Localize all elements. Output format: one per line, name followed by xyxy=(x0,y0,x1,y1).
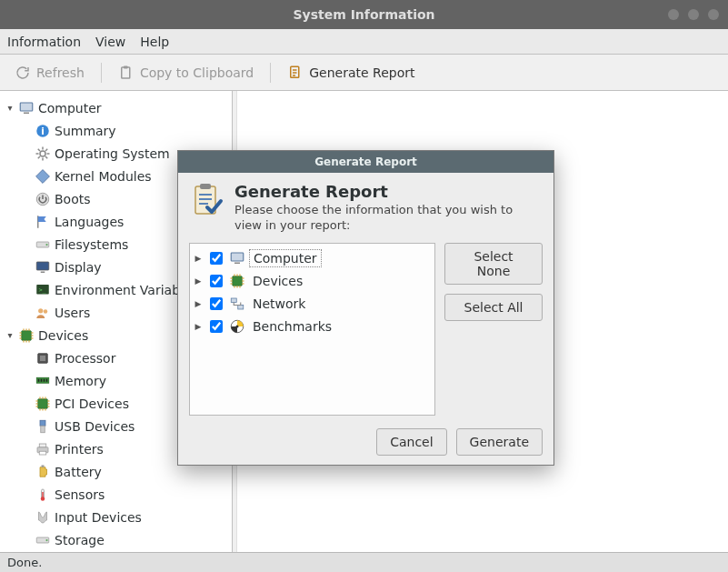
report-category-row[interactable]: ▶Network xyxy=(192,293,433,316)
dialog-body: Generate Report Please choose the inform… xyxy=(178,173,553,465)
select-none-button[interactable]: Select None xyxy=(444,243,543,285)
svg-point-90 xyxy=(236,326,239,328)
category-checkbox[interactable] xyxy=(210,252,223,265)
category-checkbox[interactable] xyxy=(210,297,223,310)
svg-rect-72 xyxy=(231,253,244,261)
dialog-tree[interactable]: ▶Computer▶Devices▶Network▶Benchmarks xyxy=(189,243,435,416)
generate-report-dialog: Generate Report Generate Report Please c… xyxy=(177,150,554,466)
cancel-button[interactable]: Cancel xyxy=(376,428,446,456)
main-window: System Information Information View Help… xyxy=(0,0,728,572)
clipboard-check-icon xyxy=(189,182,225,218)
dialog-side-buttons: Select None Select All xyxy=(444,243,543,416)
svg-rect-73 xyxy=(234,263,240,265)
chip-green-icon xyxy=(229,273,245,289)
expander-icon[interactable]: ▶ xyxy=(194,322,203,331)
svg-rect-74 xyxy=(233,276,243,286)
category-label: Computer xyxy=(249,249,322,267)
dialog-footer: Cancel Generate xyxy=(189,428,543,456)
expander-icon[interactable]: ▶ xyxy=(194,254,203,263)
dialog-title: Generate Report xyxy=(178,151,553,173)
computer-icon xyxy=(229,250,245,266)
expander-icon[interactable]: ▶ xyxy=(194,299,203,308)
network-icon xyxy=(229,296,245,312)
benchmark-icon xyxy=(229,318,245,335)
category-checkbox[interactable] xyxy=(210,275,223,287)
svg-rect-88 xyxy=(238,306,244,310)
generate-button[interactable]: Generate xyxy=(456,428,543,456)
category-label: Devices xyxy=(249,273,306,289)
category-label: Network xyxy=(249,296,309,312)
dialog-header: Generate Report Please choose the inform… xyxy=(189,182,543,234)
category-checkbox[interactable] xyxy=(210,320,223,333)
select-all-button[interactable]: Select All xyxy=(444,294,543,321)
report-category-row[interactable]: ▶Devices xyxy=(192,270,433,293)
expander-icon[interactable]: ▶ xyxy=(194,276,203,286)
svg-rect-87 xyxy=(231,298,236,303)
modal-overlay: Generate Report Generate Report Please c… xyxy=(0,0,728,572)
svg-rect-71 xyxy=(200,184,211,189)
dialog-subtitle: Please choose the information that you w… xyxy=(234,203,543,234)
report-category-row[interactable]: ▶Benchmarks xyxy=(192,316,433,338)
category-label: Benchmarks xyxy=(249,318,335,335)
dialog-main: ▶Computer▶Devices▶Network▶Benchmarks Sel… xyxy=(189,243,543,416)
report-category-row[interactable]: ▶Computer xyxy=(192,247,433,270)
dialog-heading: Generate Report xyxy=(234,182,543,201)
